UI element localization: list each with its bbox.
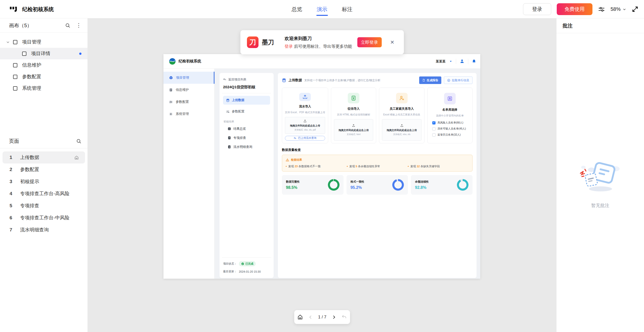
fullscreen-icon[interactable]: [632, 6, 638, 13]
tab-overview[interactable]: 总览: [292, 0, 302, 18]
upload-data-panel: 上传数据 支持在一个项目中上传多个主体/账户数据，进行汇总/独立分析 生成报告 …: [278, 73, 477, 278]
zoom-control[interactable]: 58%: [611, 6, 626, 12]
donut-ring: [392, 179, 404, 191]
page-item-special-check[interactable]: 5 专项排查: [3, 200, 85, 212]
checkbox-regulator-watch-list[interactable]: 监管关注名单(32人): [432, 133, 469, 137]
pull-bank-info-button[interactable]: 拉取本行信息: [444, 76, 473, 84]
checkbox[interactable]: [432, 121, 436, 124]
project-menu-result-overview[interactable]: 结果总览: [223, 124, 270, 133]
upload-tray-icon: [303, 119, 307, 123]
preview-app-header: 纪检初核系统 某某某: [163, 54, 480, 69]
page-counter: 1 / 7: [318, 315, 326, 320]
canvas-tree: 项目管理 项目详情 信息维护 参数配置 系统管理: [0, 33, 88, 94]
donut-ring: [457, 179, 468, 191]
login-now-button[interactable]: 立即登录: [357, 37, 382, 47]
tree-item-info-maintenance[interactable]: 信息维护: [0, 59, 88, 71]
mode-tabs: 总览 演示 标注: [292, 0, 353, 18]
checkbox[interactable]: [432, 127, 436, 131]
empty-annotation-illustration: [578, 159, 622, 197]
checkbox-high-risk-list[interactable]: 高风险人员名单(68人): [432, 121, 469, 124]
document-search-icon: [228, 145, 231, 149]
last-updated-value: 2024-01-20 15:30: [239, 270, 261, 273]
back-to-project-list[interactable]: 返回项目列表: [223, 77, 270, 82]
database-icon: [226, 99, 230, 102]
preview-nav-system-management[interactable]: 系统管理: [163, 108, 214, 120]
login-button[interactable]: 登录: [523, 3, 551, 15]
dropzone[interactable]: 拖拽文件到此处或点击上传 支持格式: xlsx, xls: [382, 119, 421, 141]
tree-item-system-management[interactable]: 系统管理: [0, 82, 88, 94]
welcome-banner: 刀 墨刀 欢迎来到墨刀 登录 后可使用标注、导出等更多功能 立即登录 ✕: [240, 30, 404, 54]
generate-report-button[interactable]: 生成报告: [419, 76, 441, 84]
dropzone[interactable]: 拖拽文件到此处或点击上传 支持格式: html: [334, 119, 373, 141]
banner-subtitle: 登录 后可使用标注、导出等更多功能: [285, 44, 352, 49]
bell-icon[interactable]: [472, 59, 476, 64]
close-icon[interactable]: ✕: [390, 39, 395, 45]
next-page-button[interactable]: [331, 315, 336, 320]
bar-chart-icon: [228, 127, 231, 131]
section-subtitle: 支持在一个项目中上传多个主体/账户数据，进行汇总/独立分析: [304, 78, 380, 82]
page-item-flow-detail-query[interactable]: 7 流水明细查询: [3, 224, 85, 236]
chevron-down-icon: [623, 8, 626, 11]
preview-side-nav: 项目管理 信息维护 参数配置 系统管理: [163, 69, 214, 279]
project-menu-parameter-config[interactable]: 参数配置: [223, 107, 270, 116]
warning-triangle-icon: [286, 158, 289, 162]
prev-page-button[interactable]: [308, 315, 313, 320]
list-options: 高风险人员名单(68人) 历史可疑人员名单(45人) 监管关注名单(32人): [430, 121, 469, 137]
annotation-panel-title: 批注: [556, 18, 644, 33]
settings-sliders-icon[interactable]: [598, 6, 605, 13]
free-use-button[interactable]: 免费使用: [557, 3, 592, 15]
home-page-icon: [74, 155, 79, 160]
preview-nav-parameter-config[interactable]: 参数配置: [163, 96, 214, 108]
home-button[interactable]: [297, 314, 303, 320]
tab-annotate[interactable]: 标注: [342, 0, 353, 18]
page-item-workbench-mid-risk[interactable]: 6 专项排查工作台-中风险: [3, 212, 85, 224]
tree-item-project-management[interactable]: 项目管理: [0, 36, 88, 48]
frame-icon: [13, 86, 17, 91]
user-name[interactable]: 某某某: [436, 59, 446, 64]
search-icon[interactable]: [76, 139, 81, 144]
upload-card-flow-import: 流水导入 支持 Excel、PDF 格式文件批量上传 拖拽文件到此处或点击上传 …: [282, 88, 328, 143]
metric-balance-continuity: 余额连续性 92.8%: [411, 175, 473, 195]
sliders-gear-icon: [226, 110, 230, 113]
tree-item-project-detail[interactable]: 项目详情: [0, 48, 88, 59]
sliders-icon: [169, 100, 173, 104]
checkbox-history-suspect-list[interactable]: 历史可疑人员名单(45人): [432, 127, 469, 131]
brand-name: 墨刀: [262, 38, 274, 46]
cube-icon: [169, 76, 173, 80]
search-icon[interactable]: [65, 23, 70, 28]
banner-login-link[interactable]: 登录: [285, 44, 293, 49]
user-icon[interactable]: [460, 59, 464, 64]
active-canvas-dot: [79, 53, 81, 55]
status-badge: 已完成: [239, 261, 256, 266]
project-section-label: 初核结果: [224, 120, 270, 123]
checkbox[interactable]: [432, 133, 436, 137]
mockingbot-workspace-logo-icon[interactable]: [10, 6, 18, 13]
check-result-label: 检查结果: [291, 158, 302, 162]
quality-section-title: 数据质量检查: [282, 148, 473, 152]
banner-title: 欢迎来到墨刀: [285, 35, 352, 42]
page-item-upload-data[interactable]: 1 上传数据: [3, 151, 85, 163]
page-item-workbench-high-risk[interactable]: 4 专项排查工作台-高风险: [3, 188, 85, 200]
chevron-down-icon: [6, 40, 10, 44]
page-item-parameter-config[interactable]: 2 参数配置: [3, 163, 85, 176]
dropzone[interactable]: 拖拽文件到此处或点击上传 支持格式: xlsx, xls, pdf: [285, 117, 325, 134]
preview-nav-info-maintenance[interactable]: 信息维护: [163, 84, 214, 96]
project-menu-flow-detail-query[interactable]: 流水明细查询: [223, 143, 270, 151]
frame-icon: [13, 40, 17, 44]
project-menu-special-check[interactable]: 专项排查: [223, 134, 270, 142]
upload-icon: [299, 93, 311, 101]
uploaded-flow-query-button[interactable]: 已上传流水查询: [285, 136, 325, 141]
section-title: 上传数据: [288, 78, 302, 82]
last-updated-label: 最后更新：: [223, 270, 237, 273]
caret-down-icon[interactable]: [449, 60, 452, 63]
project-menu-upload-data[interactable]: 上传数据: [223, 96, 270, 105]
preview-nav-project-management[interactable]: 项目管理: [163, 72, 214, 84]
top-bar: 纪检初核系统 总览 演示 标注 登录 免费使用 58%: [0, 0, 644, 18]
restart-button[interactable]: [341, 314, 347, 320]
back-arrow-icon: [223, 78, 226, 81]
more-menu-icon[interactable]: ⋮: [76, 23, 81, 28]
tree-item-parameter-config[interactable]: 参数配置: [0, 71, 88, 82]
tab-present[interactable]: 演示: [317, 0, 327, 18]
page-item-review-hint[interactable]: 3 初核提示: [3, 176, 85, 188]
presentation-canvas[interactable]: 刀 墨刀 欢迎来到墨刀 登录 后可使用标注、导出等更多功能 立即登录 ✕ 纪检初…: [88, 18, 556, 332]
